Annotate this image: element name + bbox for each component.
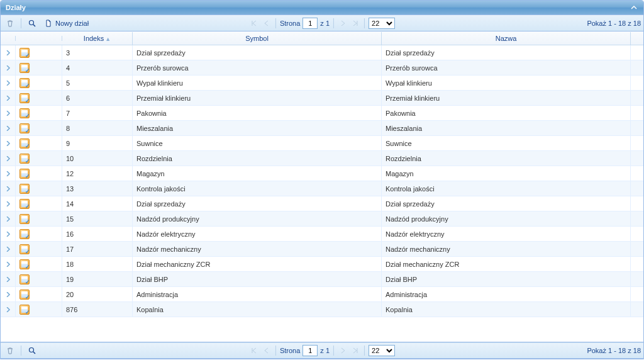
row-edit-button[interactable] — [16, 272, 62, 286]
page-input[interactable] — [303, 345, 318, 356]
cell-trail — [631, 106, 643, 120]
row-edit-button[interactable] — [16, 76, 62, 90]
svg-point-0 — [30, 20, 34, 25]
table-row[interactable]: 9SuwniceSuwnice — [1, 136, 643, 151]
cell-symbol: Dział mechaniczny ZCR — [133, 257, 382, 271]
row-edit-button[interactable] — [16, 211, 62, 226]
cell-trail — [631, 121, 643, 135]
first-page-button[interactable] — [249, 18, 259, 28]
toolbar-separator — [275, 18, 276, 28]
new-button[interactable]: Nowy dział — [42, 18, 91, 29]
next-page-button[interactable] — [338, 18, 348, 28]
expand-button[interactable] — [1, 181, 16, 196]
first-page-button[interactable] — [249, 346, 259, 356]
expand-button[interactable] — [1, 302, 16, 317]
row-edit-button[interactable] — [16, 121, 62, 135]
edit-icon — [19, 63, 30, 73]
table-row[interactable]: 3Dział sprzedażyDział sprzedaży — [1, 45, 643, 60]
row-edit-button[interactable] — [16, 257, 62, 271]
table-row[interactable]: 18Dział mechaniczny ZCRDział mechaniczny… — [1, 257, 643, 272]
row-edit-button[interactable] — [16, 196, 62, 211]
row-edit-button[interactable] — [16, 106, 62, 120]
table-row[interactable]: 8MieszalaniaMieszalania — [1, 121, 643, 136]
trash-icon — [6, 346, 14, 355]
expand-button[interactable] — [1, 106, 16, 120]
expand-button[interactable] — [1, 196, 16, 211]
delete-button[interactable] — [3, 18, 17, 29]
table-row[interactable]: 17Nadzór mechanicznyNadzór mechaniczny — [1, 242, 643, 257]
toolbar-separator — [21, 346, 21, 356]
table-row[interactable]: 16Nadzór elektrycznyNadzór elektryczny — [1, 227, 643, 242]
edit-icon — [19, 169, 30, 179]
row-edit-button[interactable] — [16, 45, 62, 60]
table-row[interactable]: 7PakowniaPakownia — [1, 106, 643, 121]
table-row[interactable]: 5Wypał klinkieruWypał klinkieru — [1, 76, 643, 91]
expand-button[interactable] — [1, 211, 16, 226]
table-row[interactable]: 19Dział BHPDział BHP — [1, 272, 643, 287]
col-expand — [1, 36, 16, 41]
last-page-button[interactable] — [350, 18, 360, 28]
expand-button[interactable] — [1, 121, 16, 135]
row-edit-button[interactable] — [16, 242, 62, 256]
table-row[interactable]: 13Kontrola jakościKontrola jakości — [1, 181, 643, 196]
expand-button[interactable] — [1, 272, 16, 286]
expand-button[interactable] — [1, 76, 16, 90]
search-button[interactable] — [25, 18, 39, 29]
cell-symbol: Dział sprzedaży — [133, 196, 382, 211]
page-size-select[interactable]: 22 — [369, 345, 395, 356]
expand-button[interactable] — [1, 287, 16, 301]
search-icon — [28, 19, 36, 28]
row-edit-button[interactable] — [16, 287, 62, 301]
table-row[interactable]: 4Przerób surowcaPrzerób surowca — [1, 60, 643, 76]
table-row[interactable]: 6Przemiał klinkieruPrzemiał klinkieru — [1, 91, 643, 106]
col-symbol[interactable]: Symbol — [133, 32, 382, 45]
col-actions — [16, 36, 62, 41]
col-indeks[interactable]: Indeks▲ — [62, 32, 133, 45]
cell-indeks: 15 — [62, 211, 133, 226]
page-size-select[interactable]: 22 — [369, 18, 395, 29]
prev-page-button[interactable] — [262, 18, 272, 28]
table-row[interactable]: 20AdministracjaAdministracja — [1, 287, 643, 302]
row-edit-button[interactable] — [16, 302, 62, 317]
cell-trail — [631, 242, 643, 256]
cell-nazwa: Kopalnia — [382, 302, 631, 317]
table-row[interactable]: 876KopalniaKopalnia — [1, 302, 643, 317]
collapse-button[interactable] — [630, 3, 638, 12]
last-page-button[interactable] — [350, 346, 360, 356]
cell-symbol: Kopalnia — [133, 302, 382, 317]
col-nazwa[interactable]: Nazwa — [382, 32, 631, 45]
trash-icon — [6, 19, 14, 28]
expand-button[interactable] — [1, 136, 16, 150]
row-edit-button[interactable] — [16, 60, 62, 75]
next-page-button[interactable] — [338, 346, 348, 356]
row-edit-button[interactable] — [16, 151, 62, 166]
table-row[interactable]: 14Dział sprzedażyDział sprzedaży — [1, 196, 643, 211]
expand-button[interactable] — [1, 227, 16, 241]
expand-button[interactable] — [1, 166, 16, 181]
table-row[interactable]: 15Nadzód produkcyjnyNadzód produkcyjny — [1, 211, 643, 227]
table-row[interactable]: 12MagazynMagazyn — [1, 166, 643, 181]
row-edit-button[interactable] — [16, 136, 62, 150]
table-row[interactable]: 10RozdzielniaRozdzielnia — [1, 151, 643, 166]
cell-symbol: Administracja — [133, 287, 382, 301]
cell-indeks: 876 — [62, 302, 133, 317]
expand-button[interactable] — [1, 257, 16, 271]
row-edit-button[interactable] — [16, 91, 62, 105]
prev-page-button[interactable] — [262, 346, 272, 356]
expand-button[interactable] — [1, 242, 16, 256]
status-text: Pokaż 1 - 18 z 18 — [587, 20, 641, 27]
toolbar-top: Nowy dział Strona z 1 22 Pokaż 1 - 18 z … — [1, 15, 643, 31]
expand-button[interactable] — [1, 151, 16, 166]
delete-button[interactable] — [3, 345, 17, 356]
page-input[interactable] — [303, 18, 318, 29]
expand-button[interactable] — [1, 45, 16, 60]
expand-button[interactable] — [1, 91, 16, 105]
search-button[interactable] — [25, 345, 39, 356]
cell-indeks: 17 — [62, 242, 133, 256]
page-label: Strona — [280, 20, 300, 27]
row-edit-button[interactable] — [16, 166, 62, 181]
toolbar-separator — [333, 346, 334, 356]
expand-button[interactable] — [1, 60, 16, 75]
row-edit-button[interactable] — [16, 181, 62, 196]
row-edit-button[interactable] — [16, 227, 62, 241]
